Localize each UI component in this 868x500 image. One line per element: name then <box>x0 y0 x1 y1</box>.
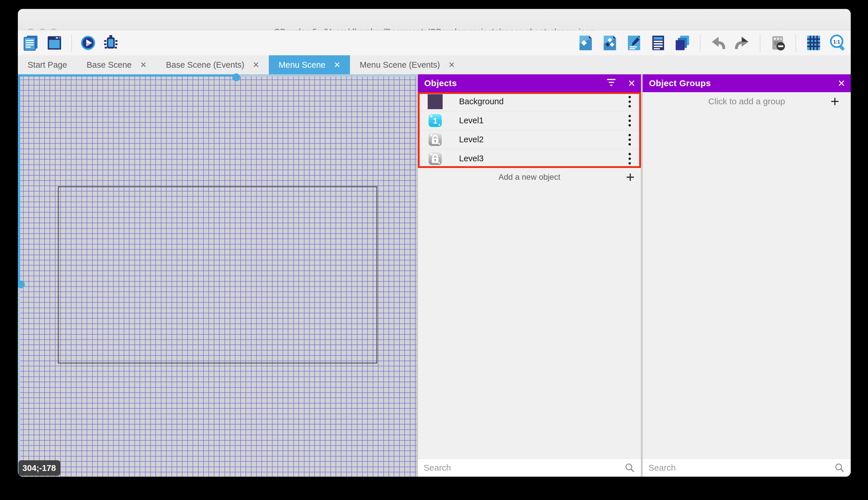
add-group-row[interactable]: Click to add a group + <box>643 92 851 111</box>
svg-text:1:1: 1:1 <box>833 39 840 44</box>
tab-close-icon[interactable]: × <box>253 60 259 70</box>
render-mask-icon[interactable] <box>769 34 787 52</box>
add-group-label: Click to add a group <box>708 96 785 106</box>
play-preview-icon[interactable] <box>80 35 96 51</box>
locked-button-thumbnail <box>428 132 443 147</box>
debug-icon[interactable] <box>102 34 120 52</box>
close-icon[interactable]: × <box>628 74 635 92</box>
add-object-label: Add a new object <box>498 172 560 182</box>
layers-icon[interactable] <box>673 34 691 52</box>
level1-button-thumbnail: 1 <box>428 113 443 128</box>
object-name: Background <box>459 97 504 106</box>
vertical-scrollbar[interactable] <box>18 74 20 477</box>
tab-base-scene-events[interactable]: Base Scene (Events) × <box>156 55 269 74</box>
horizontal-scrollbar-thumb[interactable] <box>232 73 240 81</box>
tab-close-icon[interactable]: × <box>334 60 340 70</box>
svg-text:1: 1 <box>433 116 437 125</box>
editor-tabs: Start Page Base Scene × Base Scene (Even… <box>18 55 851 74</box>
toolbar-right-group: 1:1 <box>577 30 847 55</box>
gdevelop-window: GDevelop 5 - /Users/dkarakay/Documents/G… <box>18 9 851 477</box>
scene-window-border <box>58 186 377 363</box>
purple-square-thumbnail <box>428 94 443 109</box>
toolbar-divider <box>71 34 72 52</box>
vertical-scrollbar-thumb[interactable] <box>18 281 25 288</box>
toolbar-divider <box>796 34 796 52</box>
tab-close-icon[interactable]: × <box>449 60 455 70</box>
add-object-row[interactable]: Add a new object + <box>418 168 641 186</box>
tab-label: Menu Scene (Events) <box>360 60 440 70</box>
object-groups-editor-icon[interactable] <box>601 34 619 52</box>
tab-base-scene[interactable]: Base Scene × <box>77 55 156 74</box>
objects-panel: Objects × Background 1 <box>418 74 641 477</box>
tab-menu-scene-events[interactable]: Menu Scene (Events) × <box>350 55 465 74</box>
objects-editor-icon[interactable] <box>577 34 595 52</box>
close-icon[interactable]: × <box>838 74 845 92</box>
horizontal-scrollbar[interactable] <box>18 74 417 77</box>
plus-icon[interactable]: + <box>626 168 635 186</box>
search-icon <box>835 463 844 473</box>
object-name: Level3 <box>459 154 483 163</box>
object-name: Level1 <box>459 116 483 125</box>
object-name: Level2 <box>459 135 483 144</box>
objects-search-bar <box>418 458 641 477</box>
editor-content: 304;-178 Objects × Background <box>18 74 851 477</box>
object-groups-panel-title: Object Groups <box>649 78 711 88</box>
object-row-level2[interactable]: Level2 <box>418 130 641 149</box>
horizontal-scrollbar-fill <box>18 74 239 77</box>
plus-icon[interactable]: + <box>831 92 839 111</box>
toolbar-divider <box>760 34 760 52</box>
project-manager-icon[interactable] <box>22 34 40 52</box>
objects-panel-title: Objects <box>424 78 457 88</box>
tab-label: Start Page <box>28 60 67 70</box>
kebab-menu-icon[interactable] <box>625 92 634 111</box>
object-row-level3[interactable]: Level3 <box>418 149 641 168</box>
kebab-menu-icon[interactable] <box>625 130 634 149</box>
object-groups-panel: Object Groups × Click to add a group + <box>643 74 851 477</box>
objects-search-input[interactable] <box>418 463 625 473</box>
scene-canvas[interactable]: 304;-178 <box>18 74 417 477</box>
instances-list-icon[interactable] <box>649 34 667 52</box>
objects-list: Background 1 Level1 <box>418 92 641 168</box>
tab-label: Base Scene (Events) <box>166 60 244 70</box>
toolbar-left-group <box>22 30 120 55</box>
toolbar-divider <box>700 34 701 52</box>
redo-icon[interactable] <box>733 34 751 52</box>
preview-window-icon[interactable] <box>46 34 63 52</box>
tab-close-icon[interactable]: × <box>140 60 146 70</box>
object-row-level1[interactable]: 1 Level1 <box>418 111 641 130</box>
grid-icon[interactable] <box>805 34 822 52</box>
object-row-background[interactable]: Background <box>418 92 641 111</box>
undo-icon[interactable] <box>709 34 727 52</box>
groups-search-bar <box>643 458 851 477</box>
filter-icon[interactable] <box>606 79 616 88</box>
kebab-menu-icon[interactable] <box>625 111 634 130</box>
cursor-coordinates-badge: 304;-178 <box>19 460 60 476</box>
kebab-menu-icon[interactable] <box>625 149 634 168</box>
tab-menu-scene[interactable]: Menu Scene × <box>269 55 350 74</box>
tab-label: Base Scene <box>86 60 131 70</box>
zoom-1-1-icon[interactable]: 1:1 <box>829 34 847 52</box>
vertical-scrollbar-fill <box>18 74 20 285</box>
locked-button-thumbnail <box>428 151 443 166</box>
objects-panel-header: Objects × <box>418 74 641 92</box>
groups-search-input[interactable] <box>643 463 835 473</box>
object-groups-panel-header: Object Groups × <box>643 74 851 92</box>
search-icon <box>625 463 635 473</box>
tab-label: Menu Scene <box>279 60 326 70</box>
properties-icon[interactable] <box>625 34 643 52</box>
main-toolbar: 1:1 <box>18 30 851 55</box>
tab-start-page[interactable]: Start Page <box>18 55 77 74</box>
title-bar: GDevelop 5 - /Users/dkarakay/Documents/G… <box>18 9 851 30</box>
